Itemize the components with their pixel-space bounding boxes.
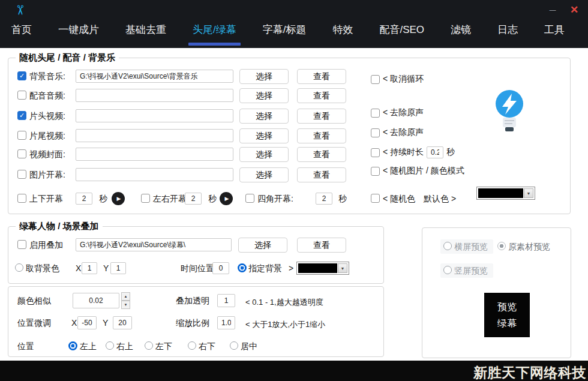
tab-one-click[interactable]: 一键成片 (58, 23, 99, 37)
assign-bg-color-combo[interactable]: ▼ (296, 262, 349, 275)
portrait-preview-radio[interactable] (443, 266, 452, 274)
leftright-opening-checkbox[interactable]: ✓ (141, 194, 150, 203)
enable-overlay-checkbox[interactable]: ✓ (17, 240, 26, 249)
position-topleft-radio[interactable] (68, 341, 77, 350)
bgm-select-button[interactable]: 选择 (239, 69, 289, 84)
check-icon: ✓ (18, 112, 26, 119)
corner-seconds-input[interactable] (316, 193, 332, 205)
tab-voice-seo[interactable]: 配音/SEO (379, 23, 424, 37)
pick-x-label: X (76, 263, 81, 273)
duration-checkbox[interactable] (371, 148, 380, 157)
video-cover-path-input[interactable] (76, 148, 233, 161)
preview-greenscreen-button[interactable]: 预览 绿幕 (484, 293, 530, 337)
position-topleft-label: 左上 (80, 341, 97, 352)
cancel-loop-checkbox[interactable] (371, 75, 380, 84)
bgm-view-button[interactable]: 查看 (297, 69, 346, 84)
dropdown-arrow-icon[interactable]: ▼ (524, 188, 533, 198)
video-cover-view-button[interactable]: 查看 (297, 147, 346, 162)
voice-audio-label: 配音音频: (29, 91, 65, 101)
tab-subtitle-title[interactable]: 字幕/标题 (263, 23, 307, 37)
offset-x-input[interactable] (77, 316, 97, 329)
offset-y-input[interactable] (113, 316, 132, 329)
voice-audio-path-input[interactable] (76, 89, 233, 102)
greenscreen-view-button[interactable]: 查看 (297, 238, 346, 253)
tab-head-tail-greenscreen[interactable]: 头尾/绿幕 (193, 23, 236, 37)
dropdown-arrow-icon[interactable]: ▼ (338, 263, 347, 273)
image-opening-view-button[interactable]: 查看 (297, 167, 346, 182)
time-position-input[interactable] (212, 262, 229, 274)
greenscreen-path-input[interactable] (76, 238, 232, 251)
tab-tools[interactable]: 工具 (544, 23, 565, 37)
leftright-play-icon[interactable]: ▶ (220, 192, 233, 205)
scissors-logo-icon: ✂ (13, 5, 27, 16)
original-preview-radio[interactable] (497, 242, 506, 250)
random-image-color-checkbox[interactable] (371, 167, 380, 176)
outro-video-checkbox[interactable]: ✓ (17, 131, 26, 140)
voice-audio-view-button[interactable]: 查看 (297, 88, 346, 103)
image-opening-select-button[interactable]: 选择 (239, 167, 289, 182)
bgm-path-input[interactable] (76, 70, 233, 83)
outro-video-path-input[interactable] (76, 129, 233, 142)
pick-y-input[interactable] (110, 262, 126, 274)
pick-x-input[interactable] (82, 262, 97, 274)
remove-audio-option-1: < 去除原声 (371, 107, 424, 119)
intro-video-checkbox[interactable]: ✓ (17, 111, 26, 120)
tab-log[interactable]: 日志 (497, 23, 518, 37)
color-swatch (478, 188, 523, 198)
greenscreen-select-button[interactable]: 选择 (238, 238, 287, 253)
updown-opening-checkbox[interactable]: ✓ (17, 194, 26, 203)
position-topright-radio[interactable] (106, 341, 114, 350)
outro-video-view-button[interactable]: 查看 (297, 128, 346, 143)
pick-bg-color-label: 取背景色 (26, 263, 59, 274)
original-preview-label: 原素材预览 (508, 242, 550, 253)
random-color-checkbox[interactable]: ✓ (371, 194, 380, 203)
assign-bg-radio[interactable] (238, 263, 247, 272)
section1-title: 随机头尾 / 配音 / 背景乐 (16, 52, 119, 64)
position-bottomleft-radio[interactable] (145, 341, 153, 350)
outro-video-row: ✓ 片尾视频: 选择 查看 (8, 129, 570, 145)
intro-video-select-button[interactable]: 选择 (239, 109, 289, 124)
tab-basic-dedup[interactable]: 基础去重 (125, 23, 166, 37)
image-opening-path-input[interactable] (76, 168, 233, 181)
tab-filter[interactable]: 滤镜 (451, 23, 471, 37)
video-cover-select-button[interactable]: 选择 (239, 147, 289, 162)
color-similar-input[interactable] (73, 293, 119, 308)
remove-audio-checkbox-1[interactable] (371, 109, 380, 118)
leftright-seconds-input[interactable] (185, 193, 202, 205)
overlay-opacity-input[interactable] (217, 294, 235, 307)
preview-panel: 横屏预览 原素材预览 竖屏预览 预览 绿幕 (422, 227, 571, 358)
scale-input[interactable] (217, 316, 235, 329)
video-cover-row: ✓ 视频封面: 选择 查看 (8, 148, 570, 163)
duration-input[interactable] (427, 146, 443, 158)
portrait-preview-label: 竖屏预览 (454, 266, 488, 277)
tab-effects[interactable]: 特效 (332, 23, 353, 37)
voice-audio-select-button[interactable]: 选择 (239, 88, 289, 103)
tab-home[interactable]: 首页 (11, 23, 32, 37)
remove-audio-checkbox-2[interactable] (371, 128, 380, 137)
spin-down-icon[interactable]: ▼ (121, 301, 130, 309)
spin-up-icon[interactable]: ▲ (121, 292, 130, 301)
image-opening-checkbox[interactable]: ✓ (17, 170, 26, 179)
outro-video-label: 片尾视频: (29, 131, 65, 142)
titlebar: ✂ 首页 一键成片 基础去重 头尾/绿幕 字幕/标题 特效 配音/SEO 滤镜 … (0, 0, 588, 48)
default-color-combo[interactable]: ▼ (476, 187, 535, 200)
updown-seconds-input[interactable] (76, 193, 92, 205)
video-cover-checkbox[interactable]: ✓ (17, 149, 26, 158)
lightbulb-icon[interactable] (493, 89, 526, 134)
intro-video-path-input[interactable] (76, 109, 233, 122)
landscape-preview-radio[interactable] (443, 242, 452, 250)
bgm-checkbox[interactable]: ✓ (17, 71, 26, 80)
voice-audio-checkbox[interactable]: ✓ (17, 91, 26, 100)
minimize-icon[interactable]: ─ (545, 2, 560, 18)
intro-video-view-button[interactable]: 查看 (297, 109, 346, 124)
pick-bg-color-radio[interactable] (15, 263, 23, 272)
position-center-radio[interactable] (230, 341, 238, 350)
remove-audio-option-2: < 去除原声 (371, 127, 424, 139)
close-icon[interactable]: ✕ (566, 2, 582, 18)
color-similar-spinner[interactable]: ▲ ▼ (121, 292, 130, 309)
position-center-label: 居中 (241, 341, 257, 352)
position-bottomright-radio[interactable] (188, 341, 196, 350)
updown-play-icon[interactable]: ▶ (112, 192, 125, 205)
corner-opening-checkbox[interactable]: ✓ (245, 194, 254, 203)
outro-video-select-button[interactable]: 选择 (239, 128, 289, 143)
